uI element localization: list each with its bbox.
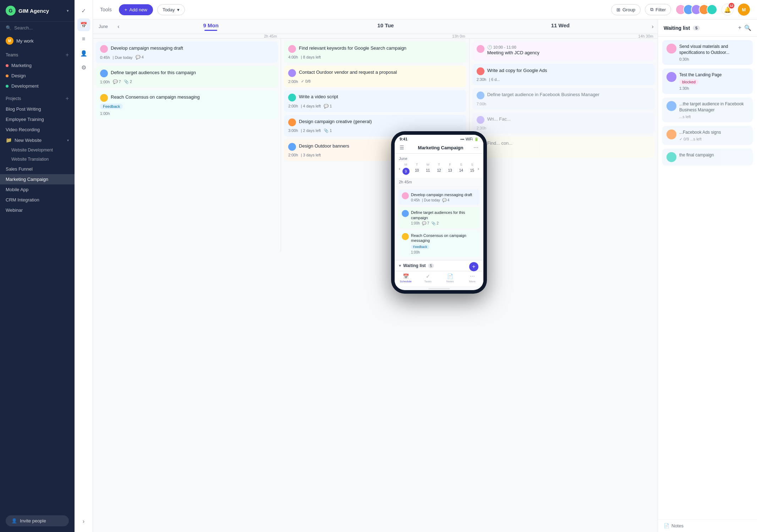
search-label: Search... [14,25,33,31]
sidebar-item-new-website[interactable]: 📁 New Website ▾ [0,135,75,145]
sidebar-item-webinar[interactable]: Webinar [0,205,75,215]
phone-cal-day-13[interactable]: 13 [445,168,456,175]
task-avatar [100,70,108,77]
sidebar-item-marketing[interactable]: Marketing [0,60,75,71]
phone-bottom-nav: 📅 Schedule ✓ Tasks 📄 Notes ⋯ More [395,271,483,286]
marketing-campaign-label: Marketing Campaign [6,177,48,182]
phone-cal-day-15[interactable]: 15 [467,168,478,175]
task-meta: 2:00h ✓ 0/8 [288,79,462,84]
phone-cal-day-10[interactable]: 10 [411,168,422,175]
toolbar-check[interactable]: ✓ [77,4,90,17]
phone-nav-notes[interactable]: 📄 Notes [439,273,461,283]
phone-more-icon[interactable]: ⋯ [473,145,478,150]
phone-cal-day-9[interactable]: 9 [402,168,410,175]
waiting-item[interactable]: the final campaign [662,149,753,166]
notification-button[interactable]: 🔔 12 [722,4,734,16]
phone-nav-schedule[interactable]: 📅 Schedule [395,273,417,283]
task-card[interactable]: Write a video script 2:00h | 4 days left… [284,90,466,112]
phone-tasks-icon: ✓ [426,273,430,279]
phone-waiting-chevron-icon: ▾ [399,263,401,268]
phone-nav-more[interactable]: ⋯ More [461,273,484,283]
waiting-avatar [667,152,676,162]
waiting-item[interactable]: ...Facebook Ads signs ✓ 0/9 ...s left [662,126,753,145]
add-new-button[interactable]: + Add new [119,4,153,15]
phone-cal-day-14[interactable]: 14 [456,168,467,175]
phone-cal-day-11[interactable]: 11 [422,168,433,175]
icon-toolbar: ✓ 📅 ≡ 👤 ⚙ › [75,0,93,532]
sidebar-logo[interactable]: G GIM Agency ▾ [0,0,75,22]
add-icon: + [125,7,127,12]
toolbar-settings[interactable]: ⚙ [77,61,90,74]
company-name: GIM Agency [18,8,49,14]
phone-cal-next[interactable]: › [478,166,479,171]
waiting-search-icon[interactable]: 🔍 [744,24,751,31]
task-card[interactable]: Define target audiences for this campaig… [96,66,278,88]
sidebar-item-crm[interactable]: CRM Integration [0,195,75,205]
day-header-wed[interactable]: 11 Wed [473,20,648,34]
task-card[interactable]: Reach Consensus on campaign messaging Fe… [96,90,278,119]
phone-task-avatar [402,192,409,199]
phone-task-due: | Due today [422,198,440,202]
add-project-icon[interactable]: + [66,95,69,102]
sidebar-item-video-recording[interactable]: Video Recording [0,124,75,135]
phone-menu-icon[interactable]: ☰ [400,145,404,150]
projects-section-header[interactable]: Projects + [0,93,75,104]
calendar-next[interactable]: › [648,22,658,32]
toolbar-list[interactable]: ≡ [77,33,90,45]
day-header-mon[interactable]: 9 Mon [124,20,298,34]
phone-nav-tasks[interactable]: ✓ Tasks [417,273,439,283]
task-card[interactable]: Develop campaign messaging draft 0:45h |… [96,41,278,63]
invite-people-button[interactable]: 👤 Invite people [6,515,69,526]
sidebar-item-website-dev[interactable]: Website Development [0,145,75,155]
teams-section-header[interactable]: Teams + [0,50,75,60]
sidebar-item-development[interactable]: Development [0,81,75,91]
day-header-F: F [445,163,456,166]
sidebar-item-blog-post[interactable]: Blog Post Writing [0,104,75,114]
sidebar-item-website-translation[interactable]: Website Translation [0,155,75,164]
filter-button[interactable]: ⧉ Filter [645,4,671,15]
sidebar-my-work[interactable]: M My work [0,34,75,48]
toolbar-calendar[interactable]: 📅 [77,18,90,31]
sidebar-search[interactable]: 🔍 Search... [0,22,75,34]
sidebar-item-sales-funnel[interactable]: Sales Funnel [0,164,75,174]
sidebar-item-design[interactable]: Design [0,71,75,81]
phone-cal-day-12[interactable]: 12 [433,168,444,175]
task-title: Write a video script [299,94,338,100]
day-header-tue[interactable]: 10 Tue [298,20,473,34]
today-button[interactable]: Today ▾ [157,4,185,15]
sidebar-item-employee-training[interactable]: Employee Training [0,114,75,124]
waiting-add-icon[interactable]: + [738,24,741,31]
sidebar-bottom: 👤 Invite people [0,510,75,532]
filter-label: Filter [655,7,666,12]
phone-task-card[interactable]: Reach Consensus on campaign messaging Fe… [398,230,480,257]
waiting-item[interactable]: ...the target audience in Facebook Busin… [662,98,753,122]
task-card[interactable]: Write ad copy for Google Ads 2:30h | 6 d… [472,64,655,85]
group-button[interactable]: ⊞ Group [611,4,641,15]
task-meta: 2:30h [477,126,651,130]
task-card[interactable]: Find relevant keywords for Google Search… [284,41,466,63]
avatar-5[interactable] [707,4,717,15]
time-total-tue: 13h 0m [281,34,469,38]
waiting-item[interactable]: Test the Landing Page blocked 1:30h [662,68,753,94]
notes-label: Notes [671,523,684,528]
sidebar-item-marketing-campaign[interactable]: Marketing Campaign [0,174,75,184]
sidebar-item-mobile-app[interactable]: Mobile App [0,184,75,195]
task-card[interactable]: 🕐 10:00 - 11:00 Meeting with JCD agency [472,41,655,61]
user-avatar-top[interactable]: M [738,4,750,16]
phone-attachment-icon: 📎 2 [431,221,438,225]
phone-task-card[interactable]: Develop campaign messaging draft 0:45h |… [398,189,480,205]
toolbar-user[interactable]: 👤 [77,47,90,60]
design-label: Design [11,73,26,78]
add-team-icon[interactable]: + [66,52,69,58]
calendar-prev[interactable]: ‹ [114,22,124,32]
task-card[interactable]: Find... con... 1:30h [472,137,655,158]
waiting-item[interactable]: Send visual materials and specifications… [662,40,753,65]
phone-task-card[interactable]: Define target audiences for this campaig… [398,207,480,228]
toolbar-expand[interactable]: › [77,515,90,528]
task-card[interactable]: Define target audience in Facebook Busin… [472,88,655,109]
projects-label: Projects [6,96,21,101]
website-translation-label: Website Translation [11,157,49,162]
notes-section[interactable]: 📄 Notes [658,519,757,532]
task-card[interactable]: Wri... Fac... 2:30h [472,112,655,134]
task-card[interactable]: Contact Ourdoor vendor and request a pro… [284,66,466,87]
